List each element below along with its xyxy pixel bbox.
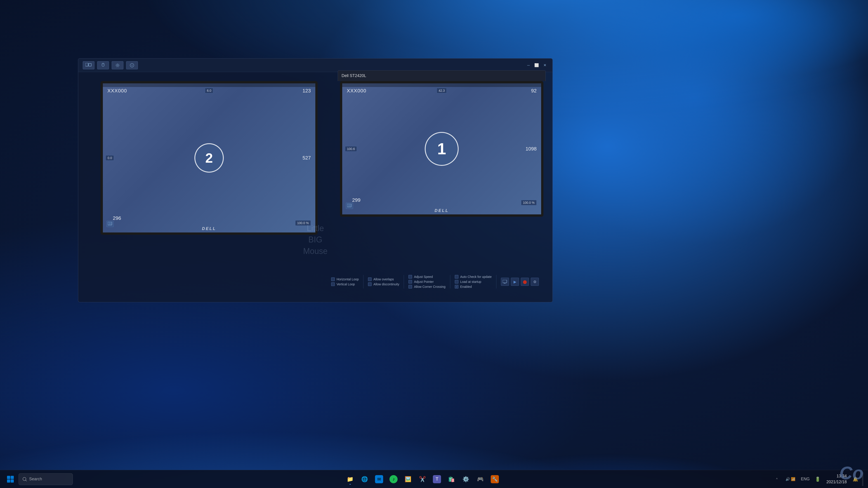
adjust-pointer-checkbox[interactable] xyxy=(408,280,412,284)
enabled-item: Enabled xyxy=(455,285,492,289)
monitors-tab-icon[interactable] xyxy=(83,61,94,69)
taskbar-app-snip[interactable]: ✂️ xyxy=(416,473,429,486)
taskbar-tray-icons[interactable]: 🔊 📶 xyxy=(784,476,797,482)
svg-point-5 xyxy=(117,64,119,66)
tray-chevron-button[interactable]: ^ xyxy=(772,475,781,484)
svg-rect-19 xyxy=(11,480,14,483)
monitor-2-value-mid-right: 527 xyxy=(303,155,311,161)
horizontal-loop-checkbox[interactable] xyxy=(331,278,335,281)
about-tab-icon[interactable]: i xyxy=(126,61,138,69)
monitor-1-number-circle[interactable]: 1 xyxy=(425,132,459,166)
monitor-1-value-mid-right: 1098 xyxy=(526,146,537,152)
monitor-2-number-circle[interactable]: 2 xyxy=(194,143,224,173)
monitor-1-value-top-right: 92 xyxy=(531,88,537,94)
taskbar-app-browser[interactable]: 🌐 xyxy=(358,473,371,486)
battery-icon[interactable]: 🔋 xyxy=(813,475,822,484)
adjust-speed-checkbox[interactable] xyxy=(408,275,412,279)
enabled-checkbox[interactable] xyxy=(455,285,458,289)
titlebar-icon-group: i xyxy=(83,61,138,69)
svg-rect-0 xyxy=(86,63,88,66)
settings-tab-icon[interactable] xyxy=(112,61,123,69)
photos-icon: 🖼️ xyxy=(404,475,412,483)
allow-discontinuity-checkbox[interactable] xyxy=(368,283,372,286)
teams-icon: T xyxy=(433,475,441,483)
adjust-pointer-label: Adjust Pointer xyxy=(414,280,434,284)
load-startup-checkbox[interactable] xyxy=(455,280,458,284)
vertical-loop-checkbox[interactable] xyxy=(331,283,335,286)
separator-4 xyxy=(496,275,496,289)
separator-2 xyxy=(404,275,404,289)
taskbar-app-settings[interactable]: ⚙️ xyxy=(460,473,472,486)
svg-rect-1 xyxy=(89,64,91,66)
extra-icon: 🔧 xyxy=(491,475,499,483)
allow-discontinuity-label: Allow discontinuity xyxy=(373,283,399,286)
monitor-2-panel: XXX000 123 6.0 0.0 2 527 xyxy=(87,81,331,235)
enabled-label: Enabled xyxy=(460,285,472,289)
monitor-2-bottom-left-icon xyxy=(106,221,114,227)
monitor-1-top-bar xyxy=(342,84,541,87)
load-startup-item: Load at startup xyxy=(455,280,492,284)
taskbar-search-bar[interactable]: Search xyxy=(19,473,73,485)
language-indicator[interactable]: ENG xyxy=(800,475,811,484)
overlap-control-group: Allow overlaps Allow discontinuity xyxy=(368,278,399,286)
svg-point-20 xyxy=(23,477,26,481)
stop-icon-btn[interactable]: ⬤ xyxy=(521,278,529,286)
auto-control-group: Auto Check for update Load at startup En… xyxy=(455,275,492,289)
corner-co-text: Co xyxy=(832,452,868,488)
monitor-2-interior: XXX000 123 6.0 0.0 2 527 xyxy=(103,84,315,232)
svg-rect-13 xyxy=(503,280,507,283)
taskbar-app-files[interactable]: 📁 xyxy=(344,473,356,486)
app-window: i ─ ⬜ ✕ XXX000 123 6.0 0.0 xyxy=(78,58,553,302)
vertical-loop-item: Vertical Loop xyxy=(331,283,359,286)
allow-overlaps-checkbox[interactable] xyxy=(368,278,372,281)
load-startup-label: Load at startup xyxy=(460,280,481,284)
allow-corner-crossing-checkbox[interactable] xyxy=(408,285,412,289)
mouse-tab-icon[interactable] xyxy=(97,61,109,69)
monitor-2-top-bar xyxy=(103,84,315,87)
monitor-1-badge-mid-left: 100.6 xyxy=(345,146,357,152)
monitor-1-screen: XXX000 92 42.3 100.6 1 1098 xyxy=(340,81,544,217)
minimize-button[interactable]: ─ xyxy=(525,62,532,68)
game-icon: 🎮 xyxy=(476,475,485,483)
vertical-loop-label: Vertical Loop xyxy=(337,283,355,286)
taskbar-app-mail[interactable]: ✉ xyxy=(373,473,385,486)
taskbar-apps-area: 📁 🌐 ✉ ♪ 🖼️ ✂️ T 🛍️ ⚙️ 🎮 🔧 xyxy=(73,473,772,486)
adjust-speed-label: Adjust Speed xyxy=(414,275,433,279)
taskbar-start-area xyxy=(4,473,16,485)
taskbar-app-game[interactable]: 🎮 xyxy=(474,473,487,486)
taskbar-app-photos[interactable]: 🖼️ xyxy=(402,473,414,486)
close-button[interactable]: ✕ xyxy=(541,62,548,68)
search-label: Search xyxy=(29,477,42,482)
svg-rect-17 xyxy=(11,476,14,479)
monitor-icon-btn[interactable] xyxy=(501,278,509,286)
monitor-1-interior: XXX000 92 42.3 100.6 1 1098 xyxy=(342,84,541,215)
monitors-area: XXX000 123 6.0 0.0 2 527 xyxy=(87,81,544,284)
svg-line-21 xyxy=(26,480,27,481)
taskbar-app-spotify[interactable]: ♪ xyxy=(387,473,400,486)
taskbar-app-extra[interactable]: 🔧 xyxy=(489,473,501,486)
monitor-2-value-top-right: 123 xyxy=(303,88,311,94)
loop-control-group: Horizontal Loop Vertical Loop xyxy=(331,278,359,286)
taskbar-app-teams[interactable]: T xyxy=(431,473,443,486)
taskbar: Search 📁 🌐 ✉ ♪ 🖼️ ✂️ T 🛍️ ⚙️ xyxy=(0,470,868,488)
monitor-1-value-bottom: 299 xyxy=(352,197,361,203)
svg-point-4 xyxy=(103,63,103,64)
window-titlebar: i ─ ⬜ ✕ xyxy=(78,59,553,72)
restore-button[interactable]: ⬜ xyxy=(533,62,540,68)
adjust-speed-item: Adjust Speed xyxy=(408,275,445,279)
play-icon-btn[interactable]: ▶ xyxy=(511,278,519,286)
auto-check-update-label: Auto Check for update xyxy=(460,275,492,279)
monitor-2-badge-mid-left: 0.0 xyxy=(105,155,114,161)
allow-discontinuity-item: Allow discontinuity xyxy=(368,283,399,286)
settings-icon-btn[interactable]: ⚙ xyxy=(531,278,539,286)
allow-corner-crossing-item: Allow Corner Crossing xyxy=(408,285,445,289)
window-controls: ─ ⬜ ✕ xyxy=(525,62,548,68)
store-icon: 🛍️ xyxy=(447,475,456,483)
action-icons-group: ▶ ⬤ ⚙ xyxy=(501,278,539,286)
taskbar-app-store[interactable]: 🛍️ xyxy=(445,473,458,486)
allow-overlaps-label: Allow overlaps xyxy=(373,278,394,281)
auto-check-update-checkbox[interactable] xyxy=(455,275,458,279)
svg-rect-18 xyxy=(7,480,10,483)
horizontal-loop-item: Horizontal Loop xyxy=(331,278,359,281)
start-button[interactable] xyxy=(4,473,16,485)
